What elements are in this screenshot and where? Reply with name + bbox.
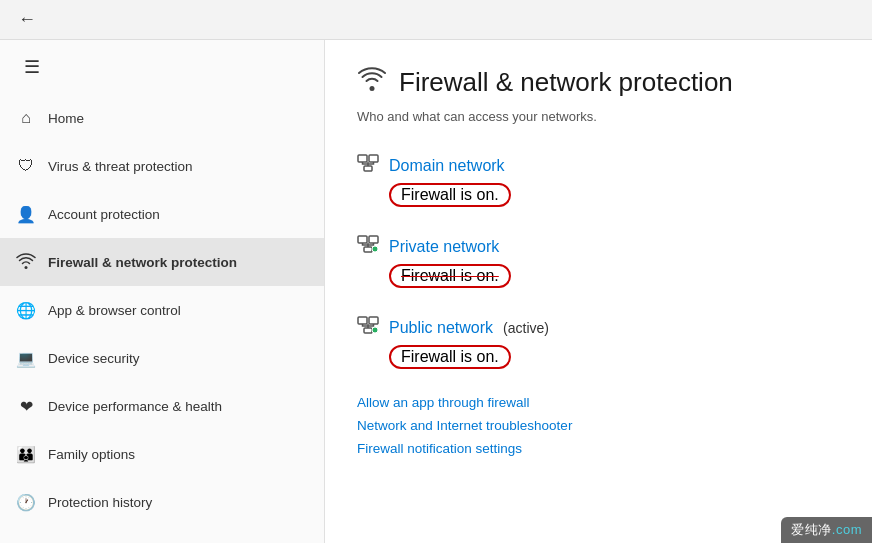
sidebar-item-device-performance[interactable]: ❤ Device performance & health (0, 382, 324, 430)
page-header: Firewall & network protection (357, 64, 840, 101)
domain-network-item: Domain network Firewall is on. (357, 152, 840, 207)
private-network-icon (357, 233, 379, 260)
watermark: 爱纯净.com (781, 517, 872, 543)
sidebar-item-firewall[interactable]: Firewall & network protection (0, 238, 324, 286)
sidebar-item-label: Device performance & health (48, 399, 222, 414)
public-network-header: Public network (active) (357, 314, 840, 341)
notifications-link[interactable]: Firewall notification settings (357, 441, 840, 456)
svg-rect-3 (358, 236, 367, 243)
domain-network-icon (357, 152, 379, 179)
wifi-icon (16, 252, 36, 272)
public-status-text: Firewall is on. (401, 348, 499, 365)
browser-icon: 🌐 (16, 300, 36, 320)
sidebar-item-label: App & browser control (48, 303, 181, 318)
hamburger-row: ☰ (0, 40, 324, 94)
troubleshoot-link[interactable]: Network and Internet troubleshooter (357, 418, 840, 433)
sidebar-item-protection-history[interactable]: 🕐 Protection history (0, 478, 324, 526)
svg-point-10 (372, 327, 378, 333)
home-icon: ⌂ (16, 108, 36, 128)
top-bar: ← (0, 0, 872, 40)
page-header-icon (357, 64, 387, 101)
private-network-link[interactable]: Private network (389, 238, 499, 256)
clock-icon: 🕐 (16, 492, 36, 512)
public-network-icon (357, 314, 379, 341)
private-firewall-status: Firewall is on. (389, 264, 511, 288)
main-content: Firewall & network protection Who and wh… (325, 40, 872, 543)
sidebar-item-virus-threat[interactable]: 🛡 Virus & threat protection (0, 142, 324, 190)
svg-rect-7 (358, 317, 367, 324)
laptop-icon: 💻 (16, 348, 36, 368)
sidebar: ☰ ⌂ Home 🛡 Virus & threat protection 👤 A… (0, 40, 325, 543)
domain-firewall-status: Firewall is on. (389, 183, 511, 207)
page-title: Firewall & network protection (399, 67, 733, 98)
sidebar-item-label: Protection history (48, 495, 152, 510)
sidebar-item-family-options[interactable]: 👪 Family options (0, 430, 324, 478)
sidebar-item-label: Family options (48, 447, 135, 462)
heart-icon: ❤ (16, 396, 36, 416)
svg-rect-1 (369, 155, 378, 162)
svg-rect-5 (364, 247, 372, 252)
sidebar-item-label: Firewall & network protection (48, 255, 237, 270)
public-firewall-status: Firewall is on. (389, 345, 511, 369)
svg-rect-0 (358, 155, 367, 162)
private-status-text: Firewall is on. (401, 267, 499, 284)
family-icon: 👪 (16, 444, 36, 464)
watermark-domain: .com (832, 522, 862, 537)
svg-rect-2 (364, 166, 372, 171)
domain-status-text: Firewall is on. (401, 186, 499, 203)
svg-rect-4 (369, 236, 378, 243)
account-icon: 👤 (16, 204, 36, 224)
domain-network-header: Domain network (357, 152, 840, 179)
public-network-item: Public network (active) Firewall is on. (357, 314, 840, 369)
private-network-item: Private network Firewall is on. (357, 233, 840, 288)
sidebar-item-device-security[interactable]: 💻 Device security (0, 334, 324, 382)
private-network-header: Private network (357, 233, 840, 260)
svg-rect-8 (369, 317, 378, 324)
public-network-link[interactable]: Public network (389, 319, 493, 337)
shield-icon: 🛡 (16, 156, 36, 176)
svg-point-6 (372, 246, 378, 252)
allow-app-link[interactable]: Allow an app through firewall (357, 395, 840, 410)
sidebar-item-account-protection[interactable]: 👤 Account protection (0, 190, 324, 238)
sidebar-item-label: Account protection (48, 207, 160, 222)
sidebar-item-home[interactable]: ⌂ Home (0, 94, 324, 142)
svg-rect-9 (364, 328, 372, 333)
hamburger-button[interactable]: ☰ (16, 52, 48, 82)
links-section: Allow an app through firewall Network an… (357, 395, 840, 456)
back-button[interactable]: ← (10, 5, 44, 34)
page-subtitle: Who and what can access your networks. (357, 109, 840, 124)
sidebar-item-label: Device security (48, 351, 140, 366)
sidebar-item-label: Virus & threat protection (48, 159, 193, 174)
sidebar-item-settings[interactable]: ⚙ Settings (0, 526, 324, 543)
main-layout: ☰ ⌂ Home 🛡 Virus & threat protection 👤 A… (0, 40, 872, 543)
sidebar-item-app-browser[interactable]: 🌐 App & browser control (0, 286, 324, 334)
domain-network-link[interactable]: Domain network (389, 157, 505, 175)
active-label: (active) (503, 320, 549, 336)
sidebar-item-label: Home (48, 111, 84, 126)
